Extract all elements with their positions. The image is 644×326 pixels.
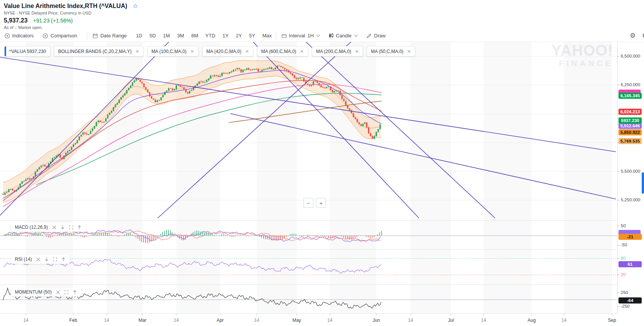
x-axis-label: 14 [104,318,109,323]
range-button-ytd[interactable]: YTD [205,33,215,39]
indicator-pill-label: BOLLINGER BANDS (C,20,2,MA,Y) [58,49,132,54]
indicator-pill-5[interactable]: MA (50,C,MA,0)✕ [367,46,415,56]
draw-label: Draw [374,33,385,39]
expand-icon[interactable] [69,225,73,230]
calendar-icon [93,33,98,39]
x-axis-label: 14 [327,318,332,323]
chart-scrollbar-thumb[interactable] [642,172,644,194]
range-button-max[interactable]: Max [262,33,272,39]
x-axis-label: Feb [69,318,77,323]
expand-icon[interactable] [64,290,69,294]
range-button-3m[interactable]: 3M [177,33,184,39]
momentum-panel-chip[interactable]: MOMENTUM (50) [11,287,81,297]
draw-button[interactable]: Draw [366,33,385,39]
close-icon[interactable]: ✕ [300,49,304,54]
price-change: +91.23 (+1.56%) [33,18,73,24]
pencil-icon [366,33,372,39]
close-icon[interactable]: ✕ [407,49,411,54]
indicator-pill-4[interactable]: MA (200,C,MA,0)✕ [312,46,363,56]
plus-circle-icon [5,33,10,39]
x-axis-label: 14 [408,318,413,323]
close-icon[interactable]: ✕ [190,49,194,54]
range-button-6m[interactable]: 6M [191,33,198,39]
move-up-icon[interactable] [77,225,81,230]
chart-type-label: Candle [336,33,352,39]
candle-icon [329,33,334,39]
plus-circle-icon [43,33,48,39]
indicator-pill-3[interactable]: MA (600,C,MA,0)✕ [257,46,308,56]
comparison-button[interactable]: Comparison [43,33,77,39]
close-icon[interactable] [56,290,60,294]
range-button-2y[interactable]: 2Y [236,33,242,39]
toolbar-divider [276,32,276,39]
expand-icon[interactable] [53,257,57,262]
indicator-pill-label: MA (100,C,MA,0) [152,49,187,54]
x-axis-label: 14 [481,318,486,323]
close-icon[interactable]: ✕ [355,49,359,54]
indicator-pill-label: MA (50,C,MA,0) [371,49,403,54]
last-price: 5,937.23 [4,17,27,24]
price-axis-label: 5,500.000 [621,169,640,173]
interval-dropdown[interactable]: Interval 1H [281,33,320,39]
rsi-value-badge: 61 [618,261,642,267]
main-series-pill[interactable]: ^VALUA 5937.230 [5,46,50,56]
rsi-panel-chip[interactable]: RSI (14) [11,255,70,264]
range-buttons: 1D5D1M3M6MYTD1Y2Y5YMax [136,33,272,39]
indicator-pill-1[interactable]: MA (100,C,MA,0)✕ [147,46,198,56]
macd-panel-chip[interactable]: MACD (12,26,9) [11,223,86,232]
price-axis-label: 6,500.000 [621,54,640,58]
bb-middle-value-badge: 5,850.922 [618,129,642,135]
osc-axis-label: 80 [621,256,626,260]
range-button-1d[interactable]: 1D [136,33,142,39]
momentum-value-badge: -64 [618,297,642,304]
range-button-5y[interactable]: 5Y [249,33,255,39]
chart-toolbar: Indicators Comparison Date Range 1D5D1M3… [0,30,644,42]
move-down-icon[interactable] [61,225,65,230]
close-icon[interactable] [52,225,56,230]
price-axis-label: 6,250.000 [621,82,640,87]
x-axis-label: 14 [561,318,566,323]
ma-100-value-badge: 6,024.213 [618,109,642,115]
chevron-down-icon [354,33,358,37]
star-icon[interactable]: ☆ [133,3,138,9]
close-icon[interactable]: ✕ [136,49,139,54]
legend-pills: ^VALUA 5937.230BOLLINGER BANDS (C,20,2,M… [5,46,415,56]
chevron-down-icon [316,33,320,37]
osc-axis-label: 250 [621,290,628,295]
indicator-pill-0[interactable]: BOLLINGER BANDS (C,20,2,MA,Y)✕ [54,46,144,56]
date-range-button[interactable]: Date Range [93,33,126,39]
osc-axis-label: 20 [621,272,626,277]
move-down-icon[interactable] [45,257,49,262]
x-axis-label: Mar [139,318,147,323]
range-button-5d[interactable]: 5D [149,33,156,39]
bb-lower-value-badge: 5,769.535 [618,138,642,144]
zoom-out-button[interactable]: − [304,198,313,208]
x-axis-label: Aug [527,318,535,323]
indicators-button[interactable]: Indicators [5,33,34,39]
macd-signal-badge: -21 [618,234,642,240]
settings-gear-partial-icon[interactable]: ⚙ [642,32,644,40]
move-up-icon[interactable] [73,290,77,294]
close-icon[interactable]: ✕ [245,49,249,54]
move-up-icon[interactable] [61,257,66,262]
settings-gear-icon[interactable]: ⚙ [630,32,636,40]
interval-value: 1H [307,33,314,39]
quote-header: Value Line Arithmetic Index,RTH (^VALUA)… [0,0,138,30]
close-icon[interactable] [36,257,40,262]
date-range-label: Date Range [100,33,126,39]
indicator-pill-2[interactable]: MA (420,C,MA,0)✕ [202,46,253,56]
range-button-1y[interactable]: 1Y [222,33,229,39]
range-button-1m[interactable]: 1M [163,33,170,39]
zoom-controls: − + [304,198,326,208]
chart-type-dropdown[interactable]: Candle [329,33,357,39]
zoom-in-button[interactable]: + [316,198,326,208]
page-title: Value Line Arithmetic Index,RTH (^VALUA) [4,3,127,10]
osc-axis-label: -50 [621,242,627,247]
x-axis-label: Apr [217,318,224,323]
osc-axis-label: 50 [621,223,626,228]
last-price-badge: 5937.230 [618,117,642,124]
quote-subtitle: NYSE - NYSE Delayed Price. Currency in U… [4,11,138,15]
indicators-label: Indicators [12,33,34,39]
momentum-panel-label: MOMENTUM (50) [15,289,52,295]
macd-panel-label: MACD (12,26,9) [15,225,48,230]
